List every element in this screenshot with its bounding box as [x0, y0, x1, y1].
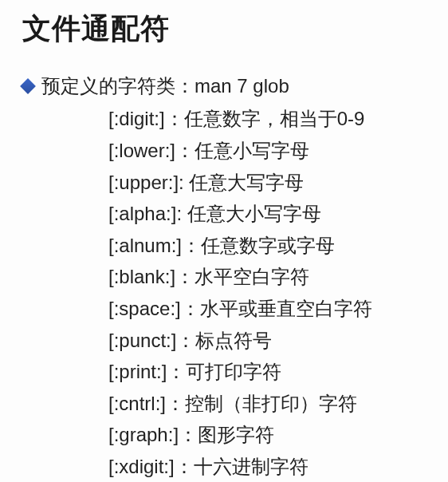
- section-intro-line: 预定义的字符类：man 7 glob: [22, 71, 432, 101]
- list-item: [:alpha:]: 任意大小写字母: [108, 198, 432, 230]
- list-item: [:xdigit:]：十六进制字符: [108, 451, 432, 482]
- list-item: [:upper:]: 任意大写字母: [108, 167, 432, 199]
- page-title: 文件通配符: [22, 10, 432, 49]
- section-intro-text: 预定义的字符类：man 7 glob: [41, 71, 289, 101]
- list-item: [:print:]：可打印字符: [108, 356, 432, 388]
- list-item: [:cntrl:]：控制（非打印）字符: [108, 388, 432, 420]
- list-item: [:graph:]：图形字符: [108, 419, 432, 451]
- list-item: [:blank:]：水平空白字符: [108, 261, 432, 293]
- list-item: [:alnum:]：任意数字或字母: [108, 230, 432, 262]
- list-item: [:punct:]：标点符号: [108, 325, 432, 357]
- list-item: [:digit:]：任意数字，相当于0-9: [108, 103, 432, 135]
- list-item: [:space:]：水平或垂直空白字符: [108, 293, 432, 325]
- char-class-list: [:digit:]：任意数字，相当于0-9 [:lower:]：任意小写字母 […: [108, 103, 432, 482]
- diamond-bullet-icon: [20, 78, 36, 94]
- list-item: [:lower:]：任意小写字母: [108, 135, 432, 167]
